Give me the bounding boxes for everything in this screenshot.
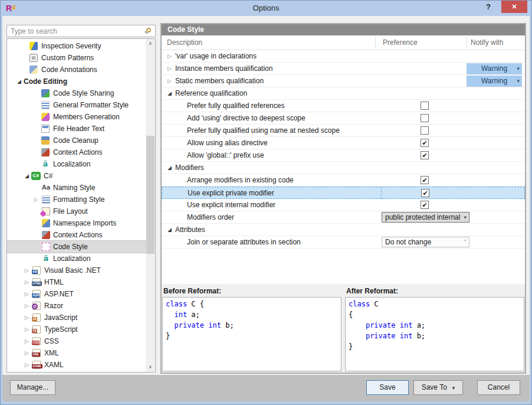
option-label: Attributes	[175, 224, 205, 236]
tree-scrollbar[interactable]: ∧ ∨	[146, 39, 155, 372]
expand-arrow-icon[interactable]: ▷	[34, 194, 38, 205]
tree-item-namespace-imports[interactable]: Namespace Imports	[7, 217, 145, 229]
expand-row-arrow-icon[interactable]: ▷	[168, 75, 172, 87]
option-row-modifiers[interactable]: ◢Modifiers	[162, 162, 525, 174]
tree-item-file-header-text[interactable]: File Header Text	[7, 123, 145, 135]
tree-item-css[interactable]: ▷CSSCSS	[7, 335, 145, 347]
checkbox-prefer-fully-qualified-using-name-at-nested-scope[interactable]	[421, 126, 429, 135]
checkbox-prefer-fully-qualified-references[interactable]	[421, 102, 429, 110]
option-row-add-using-directive-to-deepest-scope[interactable]: Add 'using' directive to deepest scope	[162, 112, 525, 125]
expand-arrow-icon[interactable]: ▷	[25, 264, 29, 276]
tree-item-code-editing[interactable]: ◢Code Editing	[7, 76, 145, 87]
option-row-prefer-fully-qualified-references[interactable]: Prefer fully qualified references	[162, 100, 525, 112]
expand-arrow-icon[interactable]: ▷	[25, 347, 29, 359]
option-row-reference-qualification[interactable]: ◢Reference qualification	[162, 87, 525, 100]
collapse-arrow-icon[interactable]: ◢	[25, 170, 29, 182]
collapse-row-arrow-icon[interactable]: ◢	[168, 162, 172, 174]
options-table: Description Preference Notify with ▷'var…	[162, 35, 525, 284]
dropdown-modifiers-order[interactable]: public protected internal▾	[382, 212, 469, 223]
tree-item-label: Code Annotations	[41, 64, 97, 76]
tree-item-code-cleanup[interactable]: Code Cleanup	[7, 135, 145, 146]
tree-item-code-annotations[interactable]: Code Annotations	[7, 64, 145, 76]
expand-row-arrow-icon[interactable]: ▷	[168, 63, 172, 74]
checkbox-allow-using-alias-directive[interactable]: ✔	[421, 139, 429, 147]
checkbox-add-using-directive-to-deepest-scope[interactable]	[421, 114, 429, 122]
tree-item-context-actions[interactable]: Context Actions	[7, 146, 145, 158]
search-input[interactable]	[7, 25, 155, 37]
tree-item-general-formatter-style[interactable]: General Formatter Style	[7, 99, 145, 111]
tree-item-code-style-sharing[interactable]: Code Style Sharing	[7, 87, 145, 99]
tree-item-xaml[interactable]: ▷XAMLXAML	[7, 359, 145, 371]
tree-item-label: C#	[44, 170, 52, 182]
option-label: Arrange modifiers in existing code	[187, 174, 294, 186]
cancel-button[interactable]: Cancel	[477, 380, 520, 395]
expand-row-arrow-icon[interactable]: ▷	[168, 50, 172, 62]
tree-item-label: Context Actions	[53, 146, 102, 158]
notify-dropdown-static-members-qualification[interactable]: Warning▾	[467, 76, 522, 87]
option-label: Use explicit private modifier	[188, 187, 274, 199]
expand-arrow-icon[interactable]: ▷	[25, 335, 29, 347]
checkbox-allow-global-prefix-use[interactable]: ✔	[421, 151, 429, 159]
option-row-var-usage-in-declarations[interactable]: ▷'var' usage in declarations	[162, 50, 525, 63]
tree-item-javascript[interactable]: ▷JSJavaScript	[7, 312, 145, 324]
tree-item-xml[interactable]: ▷XMLXML	[7, 347, 145, 359]
save-to-button[interactable]: Save To▾	[413, 380, 463, 395]
tree-item-label: Inspection Severity	[41, 40, 101, 52]
tree-item-formatting-style[interactable]: ▷Formatting Style	[7, 194, 145, 205]
tree-item-code-style[interactable]: Code Style	[7, 241, 145, 253]
search-icon	[146, 28, 151, 32]
checkbox-use-explicit-private-modifier[interactable]: ✔	[421, 189, 429, 197]
scroll-up-icon[interactable]: ∧	[146, 39, 155, 48]
expand-arrow-icon[interactable]: ▷	[25, 324, 29, 335]
collapse-row-arrow-icon[interactable]: ◢	[168, 87, 172, 99]
option-row-static-members-qualification[interactable]: ▷Static members qualificationWarning▾	[162, 75, 525, 87]
tree-item-typescript[interactable]: ▷TSTypeScript	[7, 324, 145, 335]
tree-item-localization[interactable]: äLocalization	[7, 253, 145, 264]
expand-arrow-icon[interactable]: ▷	[25, 312, 29, 324]
notify-dropdown-instance-members-qualification[interactable]: Warning▾	[467, 63, 522, 74]
option-row-attributes[interactable]: ◢Attributes	[162, 224, 525, 236]
tree-item-c[interactable]: ◢C#C#	[7, 170, 145, 182]
scrollbar-thumb[interactable]	[146, 136, 155, 254]
expand-arrow-icon[interactable]: ▷	[25, 359, 29, 371]
checkbox-arrange-modifiers-in-existing-code[interactable]: ✔	[421, 176, 429, 184]
tree-item-inspection-severity[interactable]: Inspection Severity	[7, 40, 145, 52]
option-row-join-or-separate-attributes-in-section[interactable]: Join or separate attributes in sectionDo…	[162, 236, 525, 249]
tree-item-custom-patterns[interactable]: Custom Patterns	[7, 52, 145, 64]
save-button[interactable]: Save	[366, 380, 409, 395]
tree-item-naming-style[interactable]: AaNaming Style	[7, 182, 145, 194]
tree-item-label: XAML	[44, 359, 64, 371]
dropdown-join-or-separate-attributes-in-section[interactable]: Do not change˅	[382, 237, 469, 247]
option-row-modifiers-order[interactable]: Modifiers orderpublic protected internal…	[162, 211, 525, 224]
tree-item-html[interactable]: ▷HTMLHTML	[7, 276, 145, 288]
collapse-arrow-icon[interactable]: ◢	[17, 76, 21, 87]
option-label: Reference qualification	[175, 87, 247, 99]
scroll-down-icon[interactable]: ∨	[146, 362, 155, 372]
option-row-use-explicit-internal-modifier[interactable]: Use explicit internal modifier✔	[162, 199, 525, 211]
code-line: private int a;	[349, 320, 521, 331]
option-row-allow-using-alias-directive[interactable]: Allow using alias directive✔	[162, 137, 525, 149]
tree-item-context-actions[interactable]: Context Actions	[7, 229, 145, 241]
help-button[interactable]: ?	[482, 2, 494, 14]
tree-item-razor[interactable]: ▷@Razor	[7, 300, 145, 312]
expand-arrow-icon[interactable]: ▷	[25, 288, 29, 300]
option-row-use-explicit-private-modifier[interactable]: Use explicit private modifier✔	[162, 187, 525, 199]
expand-arrow-icon[interactable]: ▷	[25, 300, 29, 312]
tree-item-file-layout[interactable]: File Layout	[7, 205, 145, 217]
option-row-prefer-fully-qualified-using-name-at-nested-scope[interactable]: Prefer fully qualified using name at nes…	[162, 125, 525, 137]
expand-arrow-icon[interactable]: ▷	[25, 276, 29, 288]
tree-item-asp-net[interactable]: ▷ASPASP.NET	[7, 288, 145, 300]
manage-button[interactable]: Manage...	[10, 380, 55, 395]
collapse-row-arrow-icon[interactable]: ◢	[168, 224, 172, 236]
checkbox-use-explicit-internal-modifier[interactable]: ✔	[421, 201, 429, 209]
tree-item-visual-basic-net[interactable]: ▷VBVisual Basic .NET	[7, 264, 145, 276]
tree-item-members-generation[interactable]: Members Generation	[7, 111, 145, 123]
option-row-instance-members-qualification[interactable]: ▷Instance members qualificationWarning▾	[162, 63, 525, 75]
tree-item-label: CSS	[44, 335, 59, 347]
close-button[interactable]: ✕	[501, 1, 527, 13]
tree-item-localization[interactable]: äLocalization	[7, 158, 145, 170]
option-row-arrange-modifiers-in-existing-code[interactable]: Arrange modifiers in existing code✔	[162, 174, 525, 187]
search-box	[6, 25, 156, 37]
chevron-down-icon: ˅	[464, 237, 467, 247]
option-row-allow-global-prefix-use[interactable]: Allow 'global::' prefix use✔	[162, 149, 525, 162]
